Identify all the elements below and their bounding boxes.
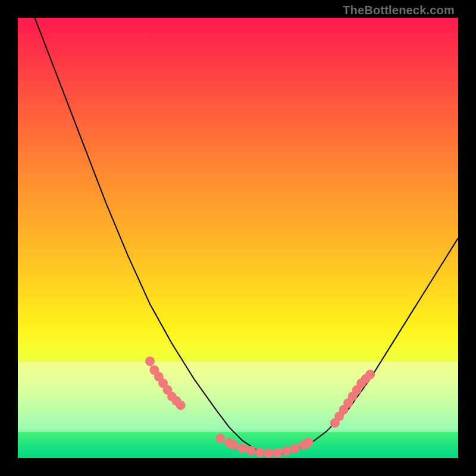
bottleneck-curve bbox=[18, 18, 458, 454]
data-dot bbox=[273, 448, 283, 458]
data-dot bbox=[145, 356, 155, 366]
data-dot bbox=[229, 440, 239, 450]
data-dot bbox=[237, 444, 247, 453]
data-dots bbox=[145, 356, 375, 458]
data-dot bbox=[303, 437, 313, 447]
data-dot bbox=[255, 447, 265, 457]
data-dot bbox=[290, 444, 300, 453]
data-dot bbox=[246, 446, 256, 455]
data-dot bbox=[215, 434, 225, 443]
curve-layer bbox=[18, 18, 458, 458]
data-dot bbox=[264, 449, 274, 458]
data-dot bbox=[365, 369, 375, 379]
watermark-text: TheBottleneck.com bbox=[343, 4, 455, 17]
plot-frame bbox=[18, 18, 458, 458]
data-dot bbox=[281, 446, 291, 456]
data-dot bbox=[176, 400, 186, 410]
